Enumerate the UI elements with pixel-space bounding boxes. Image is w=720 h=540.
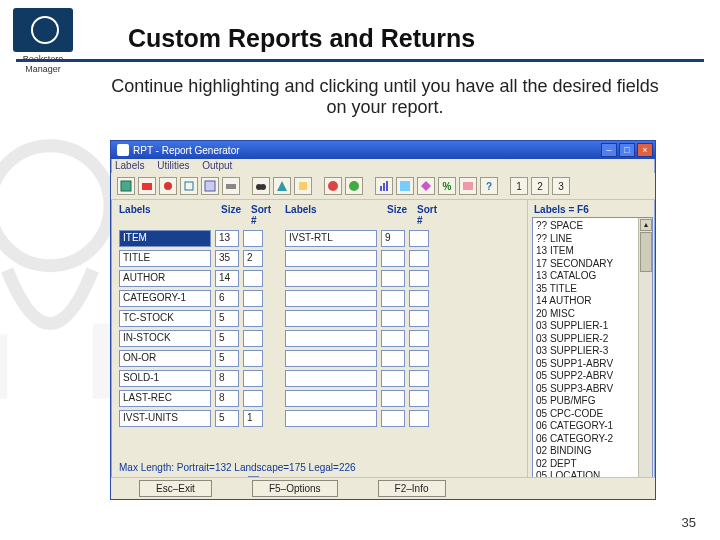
list-item[interactable]: ?? LINE	[536, 233, 636, 246]
info-button[interactable]: F2–Info	[378, 480, 446, 497]
field-label[interactable]: LAST-REC	[119, 390, 211, 407]
field-size[interactable]: 13	[215, 230, 239, 247]
toolbar-icon[interactable]	[222, 177, 240, 195]
field-sort[interactable]	[243, 290, 263, 307]
field-size[interactable]: 5	[215, 350, 239, 367]
field-label[interactable]: IVST-RTL	[285, 230, 377, 247]
field-label[interactable]	[285, 410, 377, 427]
toolbar-icon[interactable]	[459, 177, 477, 195]
field-sort[interactable]	[409, 310, 429, 327]
toolbar-icon[interactable]	[294, 177, 312, 195]
field-sort[interactable]	[243, 390, 263, 407]
field-sort[interactable]: 1	[243, 410, 263, 427]
menu-labels[interactable]: Labels	[115, 160, 144, 171]
close-button[interactable]: ×	[637, 143, 653, 157]
toolbar-icon[interactable]	[417, 177, 435, 195]
list-item[interactable]: 03 SUPPLIER-3	[536, 345, 636, 358]
list-item[interactable]: 05 PUB/MFG	[536, 395, 636, 408]
field-size[interactable]: 14	[215, 270, 239, 287]
window-titlebar[interactable]: RPT - Report Generator – □ ×	[111, 141, 655, 159]
field-sort[interactable]	[243, 330, 263, 347]
toolbar-icon[interactable]	[117, 177, 135, 195]
maximize-button[interactable]: □	[619, 143, 635, 157]
exit-button[interactable]: Esc–Exit	[139, 480, 212, 497]
field-label[interactable]	[285, 350, 377, 367]
field-label[interactable]	[285, 390, 377, 407]
field-sort[interactable]	[409, 290, 429, 307]
preset-3-button[interactable]: 3	[552, 177, 570, 195]
field-size[interactable]: 8	[215, 390, 239, 407]
list-item[interactable]: 13 CATALOG	[536, 270, 636, 283]
list-item[interactable]: 05 CPC-CODE	[536, 408, 636, 421]
field-sort[interactable]	[409, 390, 429, 407]
field-sort[interactable]	[243, 350, 263, 367]
list-item[interactable]: 05 SUPP3-ABRV	[536, 383, 636, 396]
field-label[interactable]	[285, 290, 377, 307]
field-label[interactable]: ITEM	[119, 230, 211, 247]
field-label[interactable]	[285, 370, 377, 387]
field-size[interactable]	[381, 290, 405, 307]
toolbar-icon[interactable]	[396, 177, 414, 195]
field-sort[interactable]	[243, 230, 263, 247]
toolbar-icon[interactable]	[159, 177, 177, 195]
preset-1-button[interactable]: 1	[510, 177, 528, 195]
field-sort[interactable]	[243, 370, 263, 387]
field-size[interactable]: 35	[215, 250, 239, 267]
toolbar-icon[interactable]	[273, 177, 291, 195]
field-label[interactable]: IN-STOCK	[119, 330, 211, 347]
labels-listbox[interactable]: ?? SPACE?? LINE13 ITEM17 SECONDARY13 CAT…	[532, 217, 653, 496]
list-item[interactable]: 13 ITEM	[536, 245, 636, 258]
field-size[interactable]: 5	[215, 410, 239, 427]
list-item[interactable]: 02 BINDING	[536, 445, 636, 458]
binoculars-icon[interactable]	[252, 177, 270, 195]
minimize-button[interactable]: –	[601, 143, 617, 157]
menu-utilities[interactable]: Utilities	[157, 160, 189, 171]
field-sort[interactable]	[243, 310, 263, 327]
list-item[interactable]: ?? SPACE	[536, 220, 636, 233]
field-sort[interactable]	[409, 410, 429, 427]
field-sort[interactable]	[243, 270, 263, 287]
field-label[interactable]: TITLE	[119, 250, 211, 267]
scrollbar[interactable]: ▴ ▾	[638, 218, 652, 495]
list-item[interactable]: 02 DEPT	[536, 458, 636, 471]
field-label[interactable]	[285, 330, 377, 347]
field-size[interactable]	[381, 410, 405, 427]
list-item[interactable]: 03 SUPPLIER-2	[536, 333, 636, 346]
field-size[interactable]: 5	[215, 310, 239, 327]
field-sort[interactable]	[409, 370, 429, 387]
toolbar-icon[interactable]	[201, 177, 219, 195]
list-item[interactable]: 05 SUPP2-ABRV	[536, 370, 636, 383]
scroll-thumb[interactable]	[640, 232, 652, 272]
list-item[interactable]: 06 CATEGORY-1	[536, 420, 636, 433]
percent-icon[interactable]: %	[438, 177, 456, 195]
field-size[interactable]	[381, 350, 405, 367]
field-sort[interactable]	[409, 330, 429, 347]
field-label[interactable]: CATEGORY-1	[119, 290, 211, 307]
menu-output[interactable]: Output	[202, 160, 232, 171]
field-size[interactable]	[381, 270, 405, 287]
field-size[interactable]: 9	[381, 230, 405, 247]
list-item[interactable]: 06 CATEGORY-2	[536, 433, 636, 446]
list-item[interactable]: 05 SUPP1-ABRV	[536, 358, 636, 371]
field-sort[interactable]	[409, 230, 429, 247]
field-size[interactable]: 5	[215, 330, 239, 347]
field-size[interactable]	[381, 370, 405, 387]
field-label[interactable]: ON-OR	[119, 350, 211, 367]
list-item[interactable]: 14 AUTHOR	[536, 295, 636, 308]
field-sort[interactable]: 2	[243, 250, 263, 267]
list-item[interactable]: 03 SUPPLIER-1	[536, 320, 636, 333]
field-label[interactable]	[285, 270, 377, 287]
list-item[interactable]: 20 MISC	[536, 308, 636, 321]
field-sort[interactable]	[409, 250, 429, 267]
toolbar-icon[interactable]	[180, 177, 198, 195]
help-icon[interactable]: ?	[480, 177, 498, 195]
field-size[interactable]: 6	[215, 290, 239, 307]
field-label[interactable]: SOLD-1	[119, 370, 211, 387]
field-size[interactable]	[381, 390, 405, 407]
field-sort[interactable]	[409, 350, 429, 367]
field-size[interactable]	[381, 310, 405, 327]
field-label[interactable]: IVST-UNITS	[119, 410, 211, 427]
toolbar-icon[interactable]	[375, 177, 393, 195]
field-size[interactable]	[381, 250, 405, 267]
list-item[interactable]: 17 SECONDARY	[536, 258, 636, 271]
